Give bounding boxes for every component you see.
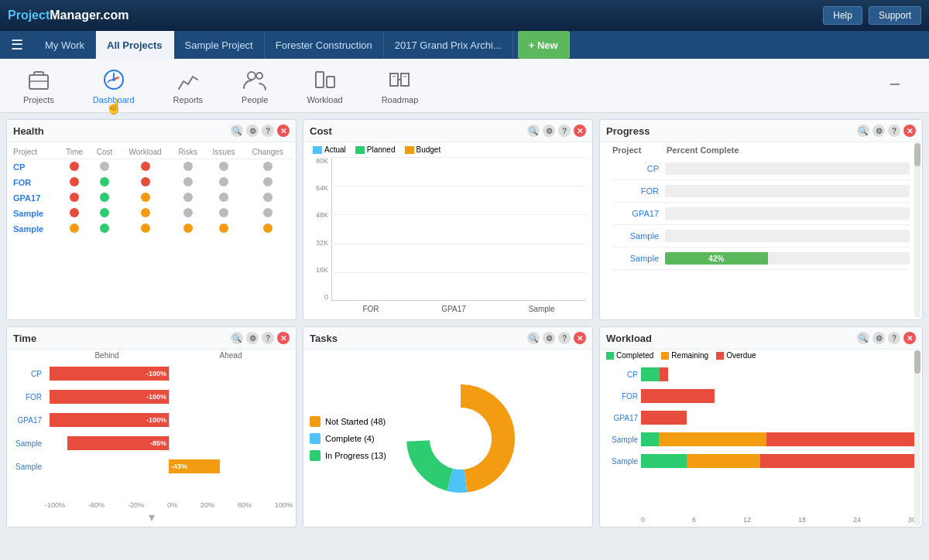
project-name[interactable]: Sample: [10, 206, 59, 221]
cost-help-icon[interactable]: ?: [558, 125, 571, 137]
progress-header: Progress 🔍 ⚙ ? ✕: [600, 120, 922, 142]
progress-project-label: Sample: [612, 231, 659, 241]
time-close-icon[interactable]: ✕: [277, 332, 290, 344]
behind-bar: -100%: [50, 413, 169, 427]
time-project-label: Sample: [10, 439, 45, 448]
tasks-search-icon[interactable]: 🔍: [527, 332, 540, 344]
wl-bars: [641, 367, 916, 381]
project-name[interactable]: Sample: [10, 221, 59, 237]
tasks-help-icon[interactable]: ?: [558, 332, 571, 344]
dot-cell: [243, 159, 293, 176]
wl-project-label: Sample: [606, 457, 641, 466]
support-button[interactable]: Support: [869, 6, 921, 25]
wl-row: GPA17: [606, 408, 916, 428]
legend-planned: Planned: [355, 145, 396, 154]
workload-settings-icon[interactable]: ⚙: [872, 332, 885, 344]
wl-project-label: GPA17: [606, 414, 641, 422]
nav-icon-reports[interactable]: Reports: [166, 63, 211, 109]
col-cost: Cost: [90, 145, 119, 159]
health-settings-icon[interactable]: ⚙: [246, 125, 259, 137]
time-search-icon[interactable]: 🔍: [231, 332, 243, 344]
svg-rect-6: [316, 72, 324, 87]
table-row: Sample: [10, 206, 293, 221]
project-name[interactable]: FOR: [10, 175, 59, 190]
dot-cell: [90, 206, 119, 221]
tasks-header-icons: 🔍 ⚙ ? ✕: [527, 332, 586, 344]
time-row: Sample -43%: [10, 456, 293, 477]
progress-search-icon[interactable]: 🔍: [857, 125, 869, 137]
nav-tab-sample[interactable]: Sample Project: [174, 31, 265, 59]
project-name[interactable]: GPA17: [10, 190, 59, 206]
progress-scrollbar[interactable]: [914, 143, 920, 318]
wl-completed-bar: [641, 454, 687, 468]
progress-help-icon[interactable]: ?: [888, 125, 900, 137]
progress-panel: Progress 🔍 ⚙ ? ✕ Project Percent Complet…: [599, 119, 923, 320]
logo: ProjectManager.com: [8, 9, 129, 22]
nav-tab-grandprix[interactable]: 2017 Grand Prix Archi...: [384, 31, 513, 59]
project-name[interactable]: CP: [10, 159, 59, 176]
cost-y-axis: 80K64K48K32K16K0: [310, 157, 331, 316]
workload-help-icon[interactable]: ?: [888, 332, 900, 344]
nav-icon-projects[interactable]: Projects: [15, 63, 62, 109]
progress-scroll-thumb[interactable]: [914, 143, 920, 166]
nav-icon-workload[interactable]: Workload: [299, 63, 350, 109]
col-risks: Risks: [171, 145, 204, 159]
main-grid: Health 🔍 ⚙ ? ✕ Project Time Cost Workloa…: [0, 113, 929, 560]
workload-panel: Workload 🔍 ⚙ ? ✕ Completed Remaining Ove…: [599, 326, 923, 528]
nav-tab-forester[interactable]: Forester Construction: [265, 31, 384, 59]
progress-project-label: Sample: [612, 254, 659, 263]
dot-cell: [243, 206, 293, 221]
cost-close-icon[interactable]: ✕: [574, 125, 586, 137]
help-button[interactable]: Help: [823, 6, 862, 25]
workload-legend: Completed Remaining Overdue: [600, 350, 922, 361]
nav-tab-mywork[interactable]: My Work: [34, 31, 96, 59]
cost-bars-area: FORGPA17Sample: [331, 157, 586, 316]
workload-scrollbar[interactable]: [914, 350, 920, 525]
workload-header-icons: 🔍 ⚙ ? ✕: [857, 332, 916, 344]
col-changes: Changes: [243, 145, 293, 159]
progress-row: CP: [612, 158, 910, 180]
tasks-close-icon[interactable]: ✕: [574, 332, 586, 344]
cost-header: Cost 🔍 ⚙ ? ✕: [303, 120, 592, 142]
time-project-label: GPA17: [10, 416, 45, 425]
wl-row: FOR: [606, 386, 916, 406]
time-settings-icon[interactable]: ⚙: [246, 332, 259, 344]
time-help-icon[interactable]: ?: [262, 332, 274, 344]
dot-cell: [171, 190, 204, 206]
wl-legend-completed: Completed: [606, 351, 653, 360]
time-project-label: CP: [10, 370, 45, 378]
workload-search-icon[interactable]: 🔍: [857, 332, 869, 344]
time-scroll[interactable]: [7, 512, 296, 527]
progress-close-icon[interactable]: ✕: [903, 125, 916, 137]
nav-tab-new[interactable]: + New: [518, 31, 570, 59]
wl-bars: [641, 411, 916, 425]
hamburger-icon[interactable]: ☰: [6, 36, 28, 53]
dot-cell: [204, 175, 242, 190]
dot-cell: [59, 175, 90, 190]
workload-scroll-thumb[interactable]: [914, 350, 920, 374]
col-issues: Issues: [204, 145, 242, 159]
wl-bars: [641, 389, 916, 403]
workload-x-axis: 0612182430: [600, 516, 922, 527]
time-panel: Time 🔍 ⚙ ? ✕ Behind Ahead CP -100%: [6, 326, 297, 528]
health-search-icon[interactable]: 🔍: [231, 125, 243, 137]
health-header: Health 🔍 ⚙ ? ✕: [7, 120, 296, 142]
minimize-icon[interactable]: [889, 78, 914, 93]
time-bar-wrap: -100%: [45, 389, 293, 405]
dot-cell: [90, 175, 119, 190]
nav-icon-dashboard[interactable]: Dashboard ☝: [85, 63, 142, 109]
workload-close-icon[interactable]: ✕: [903, 332, 916, 344]
progress-settings-icon[interactable]: ⚙: [872, 125, 885, 137]
nav-tab-allprojects[interactable]: All Projects: [96, 31, 174, 59]
cost-search-icon[interactable]: 🔍: [527, 125, 540, 137]
dot-cell: [119, 175, 171, 190]
health-help-icon[interactable]: ?: [262, 125, 274, 137]
nav-icon-people[interactable]: People: [234, 63, 276, 109]
cost-settings-icon[interactable]: ⚙: [543, 125, 555, 137]
time-x-axis: -100%-60%-20%0%20%60%100%: [7, 501, 296, 512]
health-close-icon[interactable]: ✕: [277, 125, 290, 137]
tasks-settings-icon[interactable]: ⚙: [543, 332, 555, 344]
nav-icon-roadmap[interactable]: Roadmap: [374, 63, 427, 109]
tasks-panel: Tasks 🔍 ⚙ ? ✕ Not Started (48) Complete …: [303, 326, 593, 528]
dot-cell: [171, 175, 204, 190]
